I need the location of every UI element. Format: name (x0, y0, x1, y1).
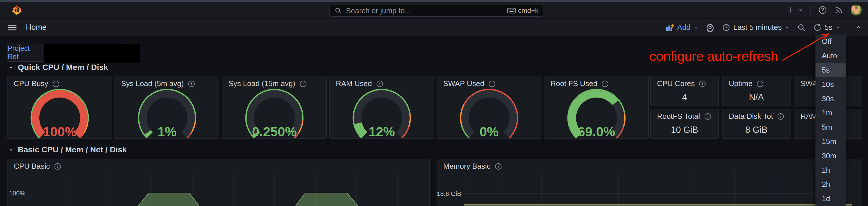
refresh-option-30s[interactable]: 30s (815, 92, 846, 106)
info-icon[interactable] (756, 80, 764, 88)
info-icon[interactable] (52, 80, 60, 88)
help-icon[interactable] (818, 5, 827, 14)
refresh-option-1m[interactable]: 1m (815, 106, 846, 120)
row-header-quick[interactable]: Quick CPU / Mem / Disk (9, 63, 108, 72)
info-icon[interactable] (188, 80, 195, 88)
info-icon[interactable] (376, 80, 383, 88)
y-axis-tick-label: 100% (9, 190, 25, 197)
stat-panel-data-disk-tot: Data Disk Tot8 GiB (722, 109, 790, 139)
info-icon[interactable] (601, 80, 609, 88)
gauge: 0% (437, 88, 541, 139)
gauge-panel-sys-load-15m-avg-: Sys Load (15m avg)0.250% (222, 76, 327, 139)
refresh-option-10s[interactable]: 10s (815, 77, 846, 92)
info-icon[interactable] (699, 80, 706, 88)
info-icon[interactable] (699, 80, 706, 88)
stat-panel-rootfs-total-header[interactable]: RootFS Total (651, 109, 718, 121)
gauge-value: 12% (368, 124, 395, 139)
refresh-interval-menu: OffAuto5s10s30s1m5m15m30m1h2h1d (815, 34, 846, 206)
refresh-interval-value[interactable]: 5s (825, 23, 832, 32)
gauge-panel-root-fs-used: Root FS Used69.0% (544, 76, 649, 139)
refresh-option-30m[interactable]: 30m (815, 149, 846, 163)
gauge-value: 0.250% (252, 124, 297, 139)
gauge: 12% (330, 88, 434, 139)
refresh-option-auto[interactable]: Auto (815, 49, 846, 63)
gauge-panel-swap-used-header[interactable]: SWAP Used (437, 76, 541, 88)
user-avatar[interactable] (851, 5, 862, 15)
gauge-panel-sys-load-15m-avg--header[interactable]: Sys Load (15m avg) (222, 76, 327, 88)
news-rss-icon[interactable] (835, 6, 843, 14)
info-icon[interactable] (52, 80, 60, 88)
divider (810, 6, 811, 14)
dashboard-settings-gear-icon[interactable] (706, 23, 715, 32)
gauge-panel-cpu-busy-title: CPU Busy (14, 79, 48, 88)
search-input[interactable] (345, 6, 504, 15)
menu-hamburger-icon[interactable] (8, 24, 17, 31)
stat-panel-uptime-header[interactable]: Uptime (722, 76, 790, 88)
stat-value: N/A (722, 92, 790, 102)
info-icon[interactable] (601, 80, 609, 88)
search-shortcut-hint: cmd+k (507, 7, 538, 14)
refresh-option-1h[interactable]: 1h (815, 163, 846, 177)
info-icon[interactable] (188, 80, 195, 88)
gauge-panel-sys-load-5m-avg--header[interactable]: Sys Load (5m avg) (115, 76, 219, 88)
stat-panel-rootfs-total: RootFS Total10 GiB (650, 109, 719, 139)
info-icon[interactable] (299, 80, 307, 88)
new-button[interactable] (787, 6, 803, 14)
chart-memory-basic[interactable]: 18.6 GiB14.0 GiB (437, 172, 862, 206)
stat-value: 10 GiB (651, 125, 718, 135)
gauge: 100% (7, 88, 112, 139)
info-icon[interactable] (704, 113, 712, 120)
global-search-box[interactable]: cmd+k (330, 5, 544, 16)
gauge-panel-cpu-busy: CPU Busy100% (7, 76, 112, 139)
top-nav-bar: cmd+k (0, 2, 868, 19)
gauge-panel-sys-load-15m-avg--title: Sys Load (15m avg) (228, 79, 296, 88)
gauge-panel-cpu-busy-header[interactable]: CPU Busy (7, 76, 112, 88)
stat-panel-rootfs-total-title: RootFS Total (657, 112, 700, 121)
chart-panel-memory-basic-header[interactable]: Memory Basic (437, 159, 862, 171)
gauge-panel-root-fs-used-header[interactable]: Root FS Used (544, 76, 648, 88)
stat-panel-uptime: UptimeN/A (722, 76, 790, 106)
gauge: 0.250% (222, 88, 327, 139)
refresh-option-1d[interactable]: 1d (815, 192, 846, 206)
collapse-toolbar-chevron-up-icon[interactable] (856, 24, 862, 31)
stat-panel-data-disk-tot-header[interactable]: Data Disk Tot (722, 109, 790, 121)
info-icon[interactable] (495, 163, 502, 170)
info-icon[interactable] (488, 80, 496, 88)
info-icon[interactable] (777, 113, 784, 120)
info-icon[interactable] (299, 80, 307, 88)
row-collapse-caret-icon (9, 147, 14, 152)
info-icon[interactable] (54, 163, 61, 170)
zoom-out-icon[interactable] (797, 23, 806, 32)
chevron-down-icon (798, 7, 803, 13)
refresh-option-5s[interactable]: 5s (815, 63, 846, 77)
row-header-basic[interactable]: Basic CPU / Mem / Net / Disk (9, 145, 127, 154)
refresh-option-5m[interactable]: 5m (815, 120, 846, 135)
add-panel-button[interactable]: Add (665, 23, 698, 32)
info-icon[interactable] (376, 80, 383, 88)
keyboard-icon (507, 7, 516, 14)
chart-cpu-basic[interactable]: 100%75% (7, 172, 429, 206)
grafana-logo-icon[interactable] (11, 5, 22, 15)
refresh-icon[interactable] (813, 23, 822, 32)
dashboard-toolbar: Home Add (0, 19, 868, 36)
chart-panel-cpu-basic-header[interactable]: CPU Basic (7, 159, 429, 171)
gauge-panel-ram-used-header[interactable]: RAM Used (330, 76, 434, 88)
gauge-value: 100% (43, 124, 76, 139)
info-icon[interactable] (756, 80, 764, 88)
time-range-picker[interactable]: Last 5 minutes (722, 23, 789, 32)
stat-panel-cpu-cores-header[interactable]: CPU Cores (651, 76, 718, 88)
refresh-option-2h[interactable]: 2h (815, 177, 846, 192)
stat-panel-cpu-cores-title: CPU Cores (657, 79, 694, 88)
refresh-button-group[interactable]: 5s (813, 23, 840, 32)
refresh-option-15m[interactable]: 15m (815, 135, 846, 149)
annotation-text: configure auto-refresh (649, 48, 778, 64)
gauge-panel-sys-load-5m-avg-: Sys Load (5m avg)1% (115, 76, 219, 139)
info-icon[interactable] (495, 163, 502, 170)
breadcrumb-home[interactable]: Home (26, 23, 46, 32)
add-panel-icon (665, 24, 674, 31)
info-icon[interactable] (54, 163, 61, 170)
info-icon[interactable] (488, 80, 496, 88)
info-icon[interactable] (777, 113, 784, 120)
refresh-option-off[interactable]: Off (815, 34, 846, 49)
info-icon[interactable] (704, 113, 712, 120)
